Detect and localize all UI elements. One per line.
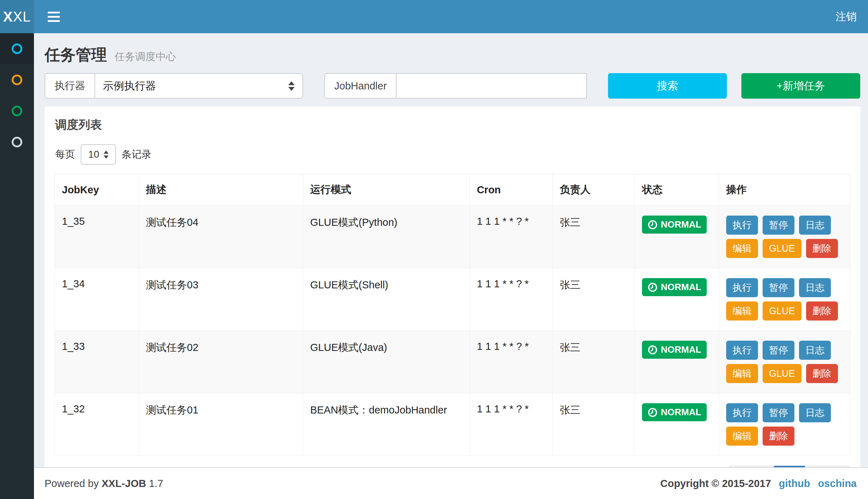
top-navbar: XXL 注销 — [0, 0, 868, 33]
add-job-button[interactable]: +新增任务 — [741, 73, 860, 99]
action-button-删除[interactable]: 删除 — [806, 239, 838, 258]
jobkey-cell: 1_35 — [55, 206, 139, 268]
table-row: 1_34测试任务03GLUE模式(Shell)1 1 1 * * ? *张三NO… — [55, 268, 850, 331]
action-button-删除[interactable]: 删除 — [763, 427, 794, 446]
action-button-日志[interactable]: 日志 — [799, 341, 831, 360]
description-cell: 测试任务02 — [139, 331, 303, 393]
logo-rest: XL — [13, 9, 31, 25]
action-button-执行[interactable]: 执行 — [726, 278, 758, 297]
pagesize-row: 每页 10 条记录 — [55, 144, 850, 165]
action-buttons: 执行暂停日志编辑GLUE删除 — [726, 278, 843, 321]
schedule-list-panel: 调度列表 每页 10 条记录 JobKey描述运行模式Cron负责人状态操作 1… — [45, 106, 860, 467]
powered-prefix: Powered by — [45, 478, 99, 489]
status-badge: NORMAL — [642, 216, 707, 234]
jobkey-cell: 1_34 — [55, 268, 139, 331]
github-link[interactable]: github — [779, 478, 810, 489]
action-button-编辑[interactable]: 编辑 — [726, 301, 758, 321]
column-header-4: Cron — [470, 174, 553, 206]
pagesize-prefix: 每页 — [55, 148, 75, 161]
jobkey-cell: 1_32 — [55, 393, 139, 456]
action-button-执行[interactable]: 执行 — [726, 403, 758, 422]
action-button-日志[interactable]: 日志 — [799, 278, 831, 297]
copyright-text: Copyright © 2015-2017 — [660, 478, 771, 489]
action-button-暂停[interactable]: 暂停 — [763, 278, 794, 297]
cron-cell: 1 1 1 * * ? * — [470, 206, 553, 268]
column-header-5: 负责人 — [552, 174, 635, 206]
status-badge: NORMAL — [642, 403, 707, 421]
status-badge: NORMAL — [642, 341, 707, 359]
action-button-编辑[interactable]: 编辑 — [726, 427, 758, 446]
owner-cell: 张三 — [552, 393, 635, 456]
action-button-暂停[interactable]: 暂停 — [763, 403, 794, 422]
clock-icon — [648, 407, 658, 417]
action-button-暂停[interactable]: 暂停 — [763, 341, 794, 360]
cron-cell: 1 1 1 * * ? * — [470, 268, 553, 331]
circle-icon — [12, 75, 22, 85]
action-button-日志[interactable]: 日志 — [799, 216, 831, 235]
filter-row: 执行器 示例执行器 JobHandler 搜索 +新增任务 — [45, 73, 860, 99]
action-button-GLUE[interactable]: GLUE — [763, 301, 802, 321]
action-button-GLUE[interactable]: GLUE — [763, 364, 802, 383]
page-title: 任务管理 — [45, 46, 107, 63]
circle-icon — [12, 106, 22, 116]
select-arrows-icon — [288, 81, 295, 91]
pagesize-select[interactable]: 10 — [81, 144, 116, 165]
jobhandler-label: JobHandler — [324, 73, 396, 99]
column-header-1: JobKey — [55, 174, 139, 206]
executor-label: 执行器 — [45, 73, 94, 99]
cron-cell: 1 1 1 * * ? * — [470, 393, 553, 456]
action-buttons: 执行暂停日志编辑GLUE删除 — [726, 216, 843, 258]
sidebar-item-1[interactable] — [0, 33, 34, 64]
status-cell: NORMAL — [635, 268, 719, 331]
clock-icon — [648, 345, 658, 355]
action-button-编辑[interactable]: 编辑 — [726, 364, 758, 383]
page-header: 任务管理 任务调度中心 — [45, 42, 860, 73]
logo-bold: X — [3, 9, 13, 25]
mode-cell: GLUE模式(Java) — [303, 331, 469, 393]
jobs-table: JobKey描述运行模式Cron负责人状态操作 1_35测试任务04GLUE模式… — [54, 174, 850, 456]
owner-cell: 张三 — [552, 331, 635, 393]
logout-link[interactable]: 注销 — [824, 0, 868, 33]
action-button-删除[interactable]: 删除 — [806, 364, 838, 383]
status-cell: NORMAL — [635, 206, 719, 268]
executor-select[interactable]: 示例执行器 — [94, 73, 303, 99]
pagesize-suffix: 条记录 — [122, 148, 151, 161]
oschina-link[interactable]: oschina — [818, 478, 857, 489]
action-button-执行[interactable]: 执行 — [726, 341, 758, 360]
cron-cell: 1 1 1 * * ? * — [470, 331, 553, 393]
table-row: 1_33测试任务02GLUE模式(Java)1 1 1 * * ? *张三NOR… — [55, 331, 850, 393]
executor-selected-value: 示例执行器 — [103, 79, 288, 93]
pagesize-value: 10 — [88, 149, 99, 160]
status-badge: NORMAL — [642, 278, 707, 296]
circle-icon — [12, 43, 22, 54]
action-button-执行[interactable]: 执行 — [726, 216, 758, 235]
footer: Powered by XXL-JOB 1.7 Copyright © 2015-… — [34, 467, 868, 499]
status-label: NORMAL — [661, 282, 701, 293]
action-button-日志[interactable]: 日志 — [799, 403, 831, 422]
search-button[interactable]: 搜索 — [608, 73, 727, 99]
description-cell: 测试任务03 — [139, 268, 303, 331]
sidebar-item-2[interactable] — [0, 64, 34, 95]
description-cell: 测试任务04 — [139, 206, 303, 268]
select-arrows-icon — [104, 151, 109, 159]
column-header-3: 运行模式 — [303, 174, 469, 206]
content-area: 任务管理 任务调度中心 执行器 示例执行器 JobHandler — [34, 33, 868, 467]
mode-cell: GLUE模式(Python) — [303, 206, 469, 268]
action-button-GLUE[interactable]: GLUE — [763, 239, 802, 258]
sidebar-item-4[interactable] — [0, 127, 34, 158]
powered-by-text: Powered by XXL-JOB 1.7 — [45, 478, 163, 489]
actions-cell: 执行暂停日志编辑GLUE删除 — [719, 331, 850, 393]
action-button-删除[interactable]: 删除 — [806, 301, 838, 321]
action-buttons: 执行暂停日志编辑删除 — [726, 403, 843, 446]
table-row: 1_32测试任务01BEAN模式：demoJobHandler1 1 1 * *… — [55, 393, 850, 456]
action-button-编辑[interactable]: 编辑 — [726, 239, 758, 258]
status-cell: NORMAL — [635, 331, 719, 393]
jobhandler-input[interactable] — [396, 73, 587, 99]
main-area: 任务管理 任务调度中心 执行器 示例执行器 JobHandler — [34, 33, 868, 499]
description-cell: 测试任务01 — [139, 393, 303, 456]
action-button-暂停[interactable]: 暂停 — [763, 216, 794, 235]
sidebar-item-3[interactable] — [0, 95, 34, 127]
status-label: NORMAL — [661, 407, 701, 418]
app-logo[interactable]: XXL — [0, 0, 34, 33]
hamburger-icon[interactable] — [43, 6, 64, 27]
